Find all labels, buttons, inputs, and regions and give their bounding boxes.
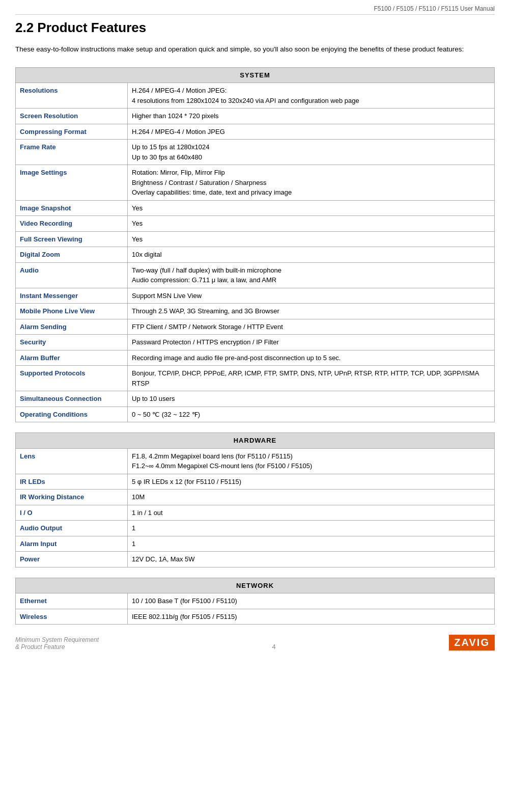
page-footer: Minimum System Requirement & Product Fea… (15, 635, 495, 651)
row-label: Alarm Sending (16, 319, 128, 335)
row-label: Ethernet (16, 593, 128, 609)
table-row: IR Working Distance10M (16, 490, 495, 505)
table-row: Alarm Input1 (16, 536, 495, 552)
intro-text: These easy-to-follow instructions make s… (15, 44, 495, 55)
table-row: Power12V DC, 1A, Max 5W (16, 552, 495, 567)
table-row: Image SnapshotYes (16, 200, 495, 216)
table-row: IR LEDs5 φ IR LEDs x 12 (for F5110 / F51… (16, 474, 495, 490)
row-value: Yes (128, 200, 495, 216)
footer-label: Minimum System Requirement & Product Fea… (15, 636, 99, 651)
table-row: Ethernet10 / 100 Base T (for F5100 / F51… (16, 593, 495, 609)
row-label: Frame Rate (16, 140, 128, 165)
table-row: Supported ProtocolsBonjour, TCP/IP, DHCP… (16, 366, 495, 391)
section-header: SYSTEM (16, 67, 495, 83)
table-row: SecurityPassward Protecton / HTTPS encry… (16, 335, 495, 350)
row-value: Passward Protecton / HTTPS encryption / … (128, 335, 495, 350)
header-bar: F5100 / F5105 / F5110 / F5115 User Manua… (15, 5, 495, 15)
row-label: Wireless (16, 609, 128, 625)
row-label: Mobile Phone Live View (16, 304, 128, 319)
row-label: Instant Messenger (16, 288, 128, 304)
manual-title: F5100 / F5105 / F5110 / F5115 User Manua… (374, 5, 495, 12)
table-row: Alarm BufferRecording image and audio fi… (16, 350, 495, 366)
row-value: Up to 10 users (128, 391, 495, 407)
row-label: Operating Conditions (16, 407, 128, 422)
row-label: Alarm Buffer (16, 350, 128, 366)
row-value: 1 (128, 521, 495, 536)
row-label: Screen Resolution (16, 109, 128, 124)
table-row: Mobile Phone Live ViewThrough 2.5 WAP, 3… (16, 304, 495, 319)
row-label: Security (16, 335, 128, 350)
row-label: I / O (16, 505, 128, 521)
row-value: 5 φ IR LEDs x 12 (for F5110 / F5115) (128, 474, 495, 490)
table-row: Screen ResolutionHigher than 1024 * 720 … (16, 109, 495, 124)
row-value: F1.8, 4.2mm Megapixel board lens (for F5… (128, 448, 495, 474)
row-label: Audio (16, 262, 128, 288)
section-header: HARDWARE (16, 433, 495, 449)
row-label: Lens (16, 448, 128, 474)
row-label: Power (16, 552, 128, 567)
table-row: Frame RateUp to 15 fps at 1280x1024Up to… (16, 140, 495, 165)
row-label: Supported Protocols (16, 366, 128, 391)
row-value: Rotation: Mirror, Flip, Mirror FlipBrigh… (128, 165, 495, 201)
row-label: Digital Zoom (16, 247, 128, 263)
row-value: Support MSN Live View (128, 288, 495, 304)
row-label: Full Screen Viewing (16, 231, 128, 247)
row-label: Video Recording (16, 216, 128, 232)
table-row: Audio Output1 (16, 521, 495, 536)
table-row: Instant MessengerSupport MSN Live View (16, 288, 495, 304)
row-label: Resolutions (16, 83, 128, 109)
row-label: Simultaneous Connection (16, 391, 128, 407)
footer-line1: Minimum System Requirement (15, 636, 99, 643)
table-row: AudioTwo-way (full / half duplex) with b… (16, 262, 495, 288)
table-row: Operating Conditions0 ~ 50 ℃ (32 ~ 122 ℉… (16, 407, 495, 422)
table-row: Alarm SendingFTP Client / SMTP / Network… (16, 319, 495, 335)
row-value: Two-way (full / half duplex) with built-… (128, 262, 495, 288)
row-label: IR LEDs (16, 474, 128, 490)
row-label: IR Working Distance (16, 490, 128, 505)
table-row: Simultaneous ConnectionUp to 10 users (16, 391, 495, 407)
row-value: 10M (128, 490, 495, 505)
row-value: Through 2.5 WAP, 3G Streaming, and 3G Br… (128, 304, 495, 319)
row-value: 10x digital (128, 247, 495, 263)
row-value: FTP Client / SMTP / Network Storage / HT… (128, 319, 495, 335)
row-value: 12V DC, 1A, Max 5W (128, 552, 495, 567)
table-row: Video RecordingYes (16, 216, 495, 232)
row-label: Compressing Format (16, 124, 128, 140)
table-row: ResolutionsH.264 / MPEG-4 / Motion JPEG:… (16, 83, 495, 109)
row-value: Bonjour, TCP/IP, DHCP, PPPoE, ARP, ICMP,… (128, 366, 495, 391)
table-row: Full Screen ViewingYes (16, 231, 495, 247)
row-value: 1 in / 1 out (128, 505, 495, 521)
row-value: Up to 15 fps at 1280x1024Up to 30 fps at… (128, 140, 495, 165)
table-row: I / O1 in / 1 out (16, 505, 495, 521)
footer-line2: & Product Feature (15, 643, 65, 651)
row-value: Higher than 1024 * 720 pixels (128, 109, 495, 124)
row-label: Image Snapshot (16, 200, 128, 216)
row-label: Image Settings (16, 165, 128, 201)
row-label: Alarm Input (16, 536, 128, 552)
row-value: H.264 / MPEG-4 / Motion JPEG (128, 124, 495, 140)
row-value: 1 (128, 536, 495, 552)
row-value: IEEE 802.11b/g (for F5105 / F5115) (128, 609, 495, 625)
table-row: WirelessIEEE 802.11b/g (for F5105 / F511… (16, 609, 495, 625)
page-number: 4 (272, 643, 276, 651)
section-header: NETWORK (16, 578, 495, 593)
logo-text: ZAVIG (449, 635, 495, 651)
table-row: LensF1.8, 4.2mm Megapixel board lens (fo… (16, 448, 495, 474)
table-row: Image SettingsRotation: Mirror, Flip, Mi… (16, 165, 495, 201)
row-value: 0 ~ 50 ℃ (32 ~ 122 ℉) (128, 407, 495, 422)
table-row: Digital Zoom10x digital (16, 247, 495, 263)
row-label: Audio Output (16, 521, 128, 536)
row-value: Yes (128, 231, 495, 247)
row-value: Yes (128, 216, 495, 232)
row-value: 10 / 100 Base T (for F5100 / F5110) (128, 593, 495, 609)
row-value: H.264 / MPEG-4 / Motion JPEG:4 resolutio… (128, 83, 495, 109)
table-row: Compressing FormatH.264 / MPEG-4 / Motio… (16, 124, 495, 140)
row-value: Recording image and audio file pre-and-p… (128, 350, 495, 366)
logo: ZAVIG (449, 635, 495, 651)
page-title: 2.2 Product Features (15, 20, 495, 36)
